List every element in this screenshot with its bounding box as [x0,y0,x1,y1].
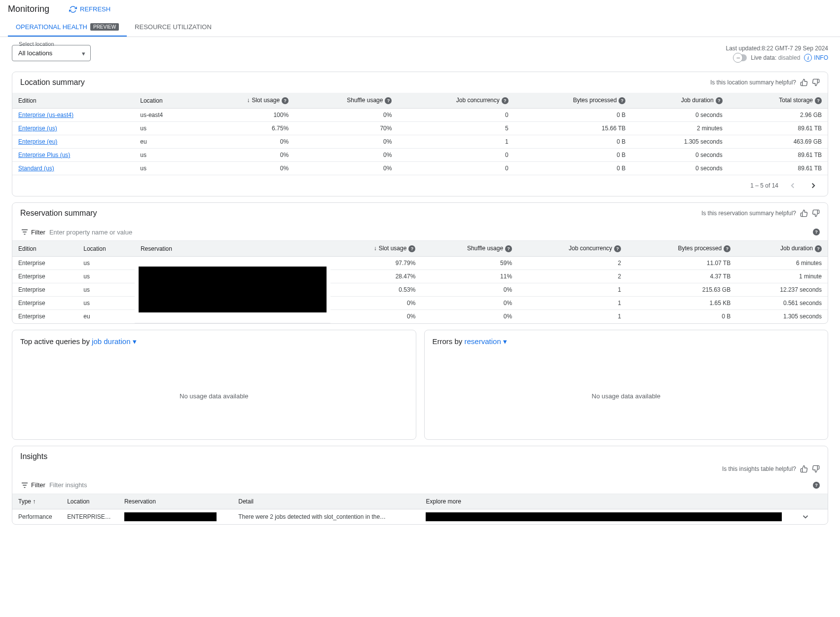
tab-operational-health[interactable]: OPERATIONAL HEALTH PREVIEW [8,18,127,37]
cell-bytes: 15.66 TB [514,122,632,135]
help-icon[interactable]: ? [813,482,820,489]
tab-resource-utilization[interactable]: RESOURCE UTILIZATION [127,18,219,37]
thumbs-down-icon[interactable] [812,209,820,217]
helpful-text: Is this reservation summary helpful? [701,210,796,217]
cell-bytes: 0 B [514,149,632,162]
info-link[interactable]: i INFO [804,54,828,62]
col-edition[interactable]: Edition [12,241,77,257]
help-icon[interactable]: ? [716,97,723,104]
col-slot-usage[interactable]: ↓Slot usage? [197,93,295,109]
cell-location: us [134,149,197,162]
redacted-block [124,512,217,521]
table-row: Performance ENTERPRISE… There were 2 job… [12,509,828,524]
errors-empty: No usage data available [425,353,828,439]
cell-bytes: 0 B [514,162,632,175]
thumbs-down-icon[interactable] [812,78,820,86]
col-slot-usage[interactable]: ↓Slot usage? [330,241,422,257]
cell-jobs: 1 [518,310,627,323]
col-bytes-processed[interactable]: Bytes processed? [627,241,736,257]
table-row: Enterprise (us) us 6.75% 70% 5 15.66 TB … [12,122,828,135]
col-job-duration[interactable]: Job duration? [736,241,828,257]
col-location[interactable]: Location [77,241,135,257]
cell-duration: 6 minutes [736,257,828,270]
col-location[interactable]: Location [134,93,197,109]
col-location[interactable]: Location [61,494,118,509]
refresh-button[interactable]: REFRESH [69,5,110,13]
help-icon[interactable]: ? [815,245,822,252]
location-summary-card: Location summary Is this location summar… [12,72,828,196]
cell-bytes: 11.07 TB [627,257,736,270]
filter-input[interactable] [49,229,807,236]
thumbs-up-icon[interactable] [800,78,808,86]
col-job-duration[interactable]: Job duration? [631,93,728,109]
col-job-concurrency[interactable]: Job concurrency? [398,93,514,109]
col-reservation[interactable]: Reservation [135,241,330,257]
edition-link[interactable]: Enterprise (us-east4) [18,112,73,118]
select-value[interactable]: All locations [12,45,91,61]
filter-input[interactable] [49,481,807,489]
help-icon[interactable]: ? [385,97,392,104]
edition-link[interactable]: Enterprise (eu) [18,138,57,145]
reservation-summary-table: Edition Location Reservation ↓Slot usage… [12,241,828,323]
refresh-icon [69,5,77,13]
helpful-text: Is this location summary helpful? [710,79,796,86]
edition-link[interactable]: Enterprise Plus (us) [18,152,70,158]
thumbs-up-icon[interactable] [800,209,808,217]
help-icon[interactable]: ? [815,97,822,104]
preview-badge: PREVIEW [90,23,119,31]
help-icon[interactable]: ? [502,97,509,104]
help-icon[interactable]: ? [724,245,730,252]
cell-storage: 89.61 TB [729,149,828,162]
cell-duration: 2 minutes [631,122,728,135]
top-queries-dropdown[interactable]: job duration ▾ [92,337,137,346]
cell-location: us [134,122,197,135]
prev-page-button[interactable] [786,179,799,192]
edition-link[interactable]: Standard (us) [18,165,54,172]
cell-jobs: 0 [398,162,514,175]
table-row: Standard (us) us 0% 0% 0 0 B 0 seconds 8… [12,162,828,175]
cell-duration: 0 seconds [631,109,728,122]
help-icon[interactable]: ? [813,229,820,235]
help-icon[interactable]: ? [619,97,625,104]
col-total-storage[interactable]: Total storage? [729,93,828,109]
location-select[interactable]: Select location All locations [12,45,91,61]
reservation-summary-card: Reservation summary Is this reservation … [12,202,828,324]
pagination-text: 1 – 5 of 14 [750,182,778,189]
thumbs-up-icon[interactable] [800,465,808,473]
col-edition[interactable]: Edition [12,93,134,109]
tabs: OPERATIONAL HEALTH PREVIEW RESOURCE UTIL… [0,18,840,37]
col-detail[interactable]: Detail [232,494,420,509]
cell-shuffle: 0% [294,149,398,162]
col-reservation[interactable]: Reservation [118,494,232,509]
col-job-concurrency[interactable]: Job concurrency? [518,241,627,257]
edition-link[interactable]: Enterprise (us) [18,125,57,132]
col-shuffle-usage[interactable]: Shuffle usage? [421,241,518,257]
insights-card: Insights Is this insights table helpful?… [12,446,828,525]
help-icon[interactable]: ? [614,245,621,252]
thumbs-down-icon[interactable] [812,465,820,473]
cell-duration: 1 minute [736,270,828,283]
cell-shuffle: 0% [421,310,518,323]
col-explore[interactable]: Explore more [420,494,795,509]
refresh-label: REFRESH [80,5,110,13]
col-shuffle-usage[interactable]: Shuffle usage? [294,93,398,109]
col-bytes-processed[interactable]: Bytes processed? [514,93,632,109]
cell-shuffle: 0% [294,162,398,175]
cell-edition: Enterprise [12,297,77,310]
cell-duration: 12.237 seconds [736,283,828,297]
info-label: INFO [814,54,828,61]
page-title: Monitoring [8,4,49,14]
expand-row-icon[interactable] [801,512,822,521]
cell-slot: 0% [330,310,422,323]
errors-dropdown[interactable]: reservation ▾ [465,337,507,346]
help-icon[interactable]: ? [408,245,415,252]
cell-slot: 6.75% [197,122,295,135]
cell-shuffle: 70% [294,122,398,135]
reservation-summary-title: Reservation summary [20,209,97,218]
cell-shuffle: 59% [421,257,518,270]
next-page-button[interactable] [807,179,820,192]
cell-location: us [77,283,135,297]
help-icon[interactable]: ? [505,245,512,252]
help-icon[interactable]: ? [282,97,289,104]
col-type[interactable]: Type ↑ [12,494,61,509]
